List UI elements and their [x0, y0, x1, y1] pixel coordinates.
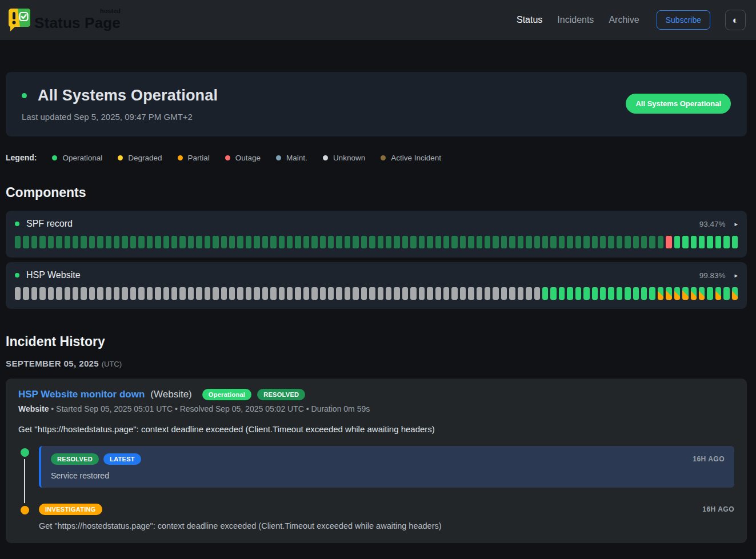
- uptime-bar: [188, 236, 194, 248]
- legend-status-dot: [118, 155, 123, 160]
- badge-resolved: RESOLVED: [51, 453, 99, 465]
- update-body: INVESTIGATING16H AGOGet "https://hosteds…: [39, 504, 734, 530]
- uptime-bar: [171, 287, 177, 300]
- components-heading: Components: [6, 185, 747, 200]
- overall-status-title: All Systems Operational: [38, 87, 218, 104]
- page-content: All Systems Operational Last updated Sep…: [6, 72, 747, 543]
- uptime-bar: [171, 236, 177, 248]
- uptime-bar: [542, 236, 548, 248]
- nav-link-status[interactable]: Status: [517, 15, 542, 25]
- component-card-header[interactable]: SPF record93.47%▸: [15, 219, 738, 229]
- overall-status-dot: [22, 93, 27, 98]
- last-updated-text: Last updated Sep 5, 2025, 09:47 PM GMT+2: [22, 112, 218, 122]
- uptime-bar: [262, 287, 268, 300]
- incident-title-link[interactable]: HSP Website monitor down: [18, 389, 145, 400]
- component-card: SPF record93.47%▸: [6, 211, 747, 258]
- overall-status-badge: All Systems Operational: [626, 94, 731, 114]
- incident-badges: OperationalRESOLVED: [202, 389, 306, 400]
- legend-item-label: Active Incident: [391, 154, 441, 162]
- uptime-bar: [691, 287, 697, 300]
- uptime-bar: [163, 287, 169, 300]
- uptime-bar: [254, 236, 259, 248]
- uptime-bars: [15, 236, 738, 248]
- uptime-bar: [658, 236, 663, 248]
- uptime-bar: [691, 236, 697, 248]
- expand-arrow-icon[interactable]: ▸: [734, 220, 738, 228]
- uptime-bar: [114, 236, 119, 248]
- component-status-dot: [15, 222, 19, 226]
- update-header: RESOLVEDLATEST16H AGO: [51, 453, 725, 465]
- nav-link-archive[interactable]: Archive: [609, 15, 639, 25]
- uptime-bar: [699, 287, 705, 300]
- uptime-bar: [402, 287, 408, 300]
- uptime-bar: [435, 287, 441, 300]
- uptime-bar: [229, 287, 235, 300]
- uptime-bar: [138, 287, 144, 300]
- uptime-bar: [361, 236, 367, 248]
- update-header: INVESTIGATING16H AGO: [39, 504, 734, 515]
- component-card: HSP Website99.83%▸: [6, 262, 747, 309]
- uptime-bar: [600, 287, 606, 300]
- uptime-bar: [410, 236, 416, 248]
- uptime-bar: [509, 236, 515, 248]
- legend-status-dot: [52, 155, 57, 160]
- uptime-bar: [320, 236, 326, 248]
- uptime-bar: [485, 287, 490, 300]
- update-timestamp: 16H AGO: [702, 505, 734, 513]
- incident-update: INVESTIGATING16H AGOGet "https://hosteds…: [18, 504, 734, 530]
- incident-history-heading: Incident History: [6, 334, 747, 349]
- incident-date-heading: SEPTEMBER 05, 2025 (UTC): [6, 359, 747, 368]
- uptime-bar: [262, 236, 268, 248]
- component-uptime-percent: 93.47%: [699, 220, 726, 228]
- uptime-bar: [31, 287, 37, 300]
- uptime-bar: [369, 287, 375, 300]
- expand-arrow-icon[interactable]: ▸: [734, 272, 738, 279]
- uptime-bar: [715, 236, 721, 248]
- uptime-bar: [493, 236, 498, 248]
- uptime-bar: [97, 287, 103, 300]
- uptime-bar: [427, 287, 433, 300]
- uptime-bar: [534, 287, 540, 300]
- status-page-logo-icon: [7, 7, 31, 33]
- uptime-bar: [345, 287, 350, 300]
- uptime-bar: [394, 236, 399, 248]
- components-list: SPF record93.47%▸HSP Website99.83%▸: [6, 211, 747, 309]
- badge-investigating: INVESTIGATING: [39, 504, 102, 515]
- uptime-bar: [526, 287, 531, 300]
- theme-toggle-button[interactable]: ◐: [725, 10, 746, 30]
- legend-status-dot: [178, 155, 183, 160]
- legend-item-label: Operational: [62, 154, 102, 162]
- uptime-bar: [196, 287, 202, 300]
- uptime-bar: [303, 236, 309, 248]
- uptime-bar: [163, 236, 169, 248]
- uptime-bars: [15, 287, 738, 300]
- update-status-dot: [21, 506, 29, 514]
- subscribe-button[interactable]: Subscribe: [657, 10, 710, 30]
- uptime-bar: [205, 236, 210, 248]
- uptime-bar: [451, 287, 457, 300]
- uptime-bar: [336, 236, 342, 248]
- incident-date: SEPTEMBER 05, 2025: [6, 359, 99, 368]
- uptime-bar: [468, 287, 474, 300]
- brand-name: Status Page: [34, 14, 121, 31]
- uptime-bar: [410, 287, 416, 300]
- brand-logo: hosted Status Page: [7, 7, 121, 33]
- update-body-latest: RESOLVEDLATEST16H AGOService restored: [39, 446, 734, 488]
- uptime-bar: [287, 287, 293, 300]
- legend-items: OperationalDegradedPartialOutageMaint.Un…: [52, 154, 441, 162]
- uptime-bar: [451, 236, 457, 248]
- legend-status-dot: [276, 155, 281, 160]
- component-card-header[interactable]: HSP Website99.83%▸: [15, 270, 738, 280]
- update-message: Service restored: [51, 471, 725, 480]
- overall-status-banner: All Systems Operational Last updated Sep…: [6, 72, 747, 136]
- uptime-bar: [386, 287, 391, 300]
- uptime-bar: [89, 287, 95, 300]
- uptime-bar: [81, 287, 86, 300]
- nav-link-incidents[interactable]: Incidents: [557, 15, 594, 25]
- brand-wordmark: hosted Status Page: [34, 9, 121, 32]
- uptime-bar: [419, 236, 425, 248]
- uptime-bar: [518, 236, 523, 248]
- incident-update: RESOLVEDLATEST16H AGOService restored: [18, 446, 734, 488]
- uptime-bar: [641, 287, 647, 300]
- incident-meta-component: Website: [18, 404, 49, 413]
